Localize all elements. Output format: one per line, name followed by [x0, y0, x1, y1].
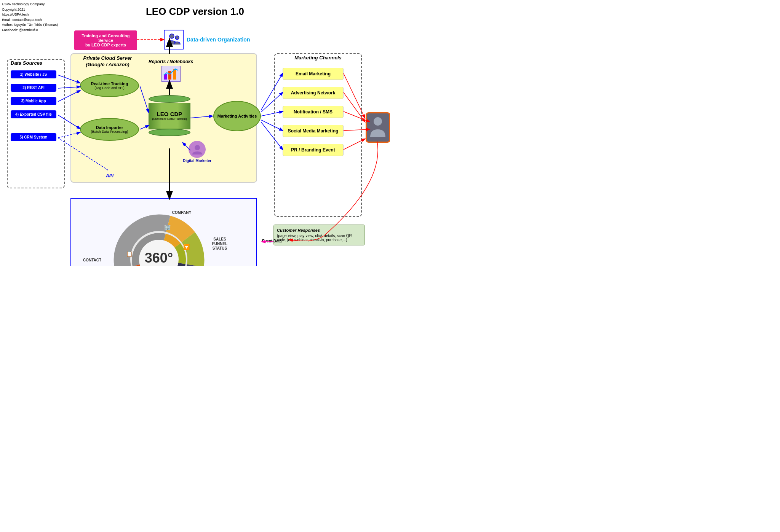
reports-box: Reports / Notebooks — [149, 59, 193, 83]
main-title: LEO CDP version 1.0 — [4, 4, 386, 18]
360-wheel-svg: 🏢 🔽 📧 📈 🛒 📋 COMPANY SALES FUNNEL STATUS … — [71, 199, 258, 266]
cylinder-top — [149, 95, 190, 103]
rt-tracking: Real-time Tracking (Tag Code and API) — [80, 74, 139, 97]
svg-rect-5 — [168, 71, 171, 80]
svg-text:360°: 360° — [145, 250, 173, 266]
ds-btn-2[interactable]: 2) REST API — [11, 84, 56, 92]
cylinder-body: LEO CDP (Customer Data Platform) — [149, 103, 190, 129]
ds-btn-4[interactable]: 4) Exported CSV file — [11, 110, 56, 118]
cr-text: (page-view, play-view, click-details, sc… — [277, 234, 361, 242]
digital-marketer: Digital Marketer — [183, 141, 211, 163]
svg-text:STATUS: STATUS — [213, 246, 227, 250]
svg-text:🏢: 🏢 — [164, 224, 171, 231]
svg-text:📋: 📋 — [126, 251, 133, 257]
svg-point-8 — [374, 117, 382, 126]
company-info: USPA Technology Company Copyright 2021 h… — [2, 2, 58, 33]
api-label: API — [106, 173, 113, 178]
svg-text:SALES: SALES — [213, 237, 226, 241]
channel-pr-branding: PR / Branding Event — [283, 144, 344, 156]
ds-btn-3[interactable]: 3) Mobile App — [11, 97, 56, 105]
cr-title: Customer Responses — [277, 228, 361, 233]
svg-text:FUNNEL: FUNNEL — [212, 242, 228, 246]
training-box: Training and Consulting Service by LEO C… — [74, 30, 137, 50]
channel-notification-sms: Notification / SMS — [283, 106, 344, 118]
ds-btn-1[interactable]: 1) Website / JS — [11, 70, 56, 78]
ds-btn-5[interactable]: 5) CRM System — [11, 133, 56, 141]
channel-social-media: Social Media Marketing — [283, 125, 344, 137]
marketing-channels-title: Marketing Channels — [278, 55, 358, 61]
data-driven-label: Data-driven Organization — [187, 37, 250, 43]
svg-text:COMPANY: COMPANY — [172, 210, 192, 215]
data-sources-title: Data Sources — [11, 60, 42, 66]
data-importer: Data Importer (Batch Data Processing) — [80, 118, 139, 141]
svg-point-0 — [169, 34, 174, 38]
cylinder-bottom — [149, 129, 190, 136]
data-sources-box — [7, 59, 65, 188]
data-driven-org: Data-driven Organization — [164, 30, 250, 49]
channel-email-marketing: Email Marketing — [283, 68, 344, 80]
marketing-activities: Marketing Activities — [213, 101, 261, 131]
svg-point-7 — [195, 145, 200, 150]
leo-cdp: LEO CDP (Customer Data Platform) — [149, 95, 190, 136]
cloud-server-title: Private Cloud Server(Google / Amazon) — [74, 55, 141, 68]
page: USPA Technology Company Copyright 2021 h… — [0, 0, 390, 266]
circle-360-box: 🏢 🔽 📧 📈 🛒 📋 COMPANY SALES FUNNEL STATUS … — [70, 198, 257, 266]
channel-advertising-network: Advertising Network — [283, 87, 344, 99]
svg-point-1 — [175, 36, 179, 40]
data-driven-icon — [164, 30, 184, 49]
svg-text:🔽: 🔽 — [183, 244, 190, 250]
customer-responses: Customer Responses (page-view, play-view… — [273, 225, 365, 245]
event-data-label: Event Data — [262, 239, 282, 243]
customer-icon — [366, 112, 390, 143]
digital-marketer-icon — [189, 141, 206, 158]
svg-text:CONTACT: CONTACT — [83, 258, 101, 262]
